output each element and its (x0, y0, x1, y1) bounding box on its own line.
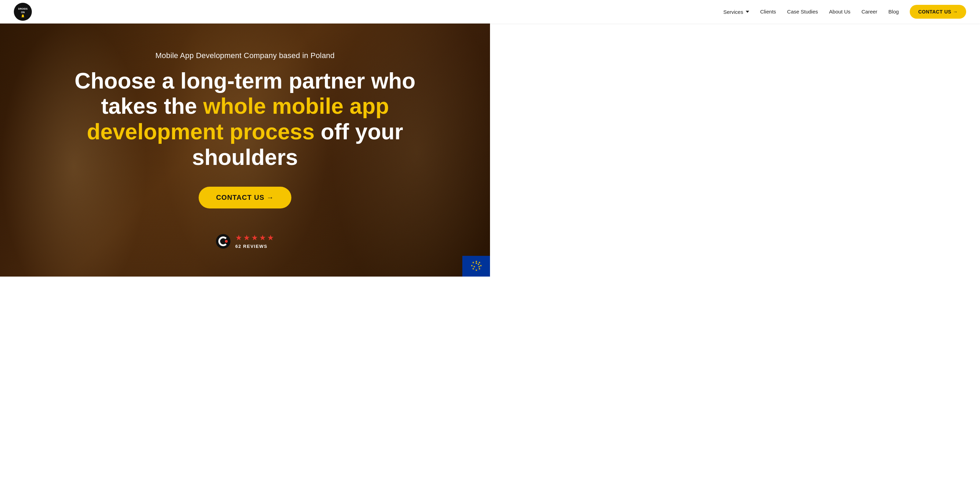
reviews-count: 62 REVIEWS (235, 244, 267, 249)
clutch-c-shape (218, 236, 228, 246)
clutch-dot (225, 240, 228, 243)
svg-text:★: ★ (472, 261, 474, 264)
hero-section: Mobile App Development Company based in … (0, 0, 490, 276)
eu-flag-svg: ★ ★ ★ ★ ★ ★ ★ ★ ★ ★ ★ ★ (466, 259, 487, 273)
svg-text:★: ★ (475, 269, 477, 272)
star-1: ★ (235, 233, 242, 242)
star-5: ★ (267, 233, 274, 242)
clutch-icon (216, 234, 231, 249)
hero-contact-label: CONTACT US → (216, 194, 274, 202)
reviews-info: ★ ★ ★ ★ ★ 62 REVIEWS (235, 233, 274, 249)
svg-point-4 (22, 14, 24, 17)
svg-text:★: ★ (471, 264, 473, 267)
logo[interactable]: DROIDS ON (14, 3, 32, 21)
star-2: ★ (243, 233, 250, 242)
hero-content: Mobile App Development Company based in … (55, 28, 435, 249)
hero-title: Choose a long-term partner who takes the… (68, 68, 422, 170)
svg-text:★: ★ (478, 265, 480, 268)
svg-text:DROIDS: DROIDS (18, 8, 28, 10)
hero-contact-button[interactable]: CONTACT US → (199, 187, 291, 208)
hero-subtitle: Mobile App Development Company based in … (68, 51, 422, 60)
star-4: ★ (259, 233, 266, 242)
logo-icon: DROIDS ON (14, 3, 32, 21)
reviews-row: ★ ★ ★ ★ ★ 62 REVIEWS (68, 233, 422, 249)
svg-text:ON: ON (21, 11, 25, 13)
star-3: ★ (251, 233, 258, 242)
navbar: DROIDS ON Services Clients Case Studies … (0, 0, 490, 24)
eu-flag: ★ ★ ★ ★ ★ ★ ★ ★ ★ ★ ★ ★ (462, 256, 490, 276)
star-rating: ★ ★ ★ ★ ★ (235, 233, 274, 242)
svg-text:★: ★ (473, 265, 476, 268)
